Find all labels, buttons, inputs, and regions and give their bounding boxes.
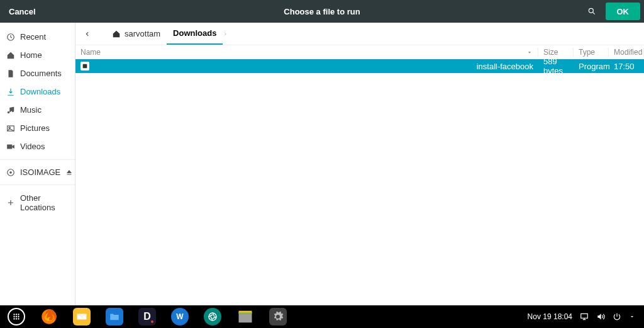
sidebar-item-label: Downloads xyxy=(20,87,60,96)
settings-launcher[interactable] xyxy=(262,305,294,328)
sidebar-item-isoimage[interactable]: ISOIMAGE xyxy=(0,164,75,181)
app-launcher-shutter[interactable] xyxy=(196,305,229,328)
chevron-down-icon[interactable] xyxy=(629,314,635,320)
sidebar-item-label: Videos xyxy=(20,142,45,151)
sidebar-item-label: Other Locations xyxy=(20,193,69,212)
sidebar-item-recent[interactable]: Recent xyxy=(0,28,75,46)
chevron-right-icon xyxy=(223,31,228,37)
breadcrumb-label: Downloads xyxy=(173,28,216,38)
sort-indicator-icon xyxy=(526,49,533,55)
taskbar-clock[interactable]: Nov 19 18:04 xyxy=(528,312,572,321)
disc-icon xyxy=(6,168,15,177)
column-header-name[interactable]: Name xyxy=(75,48,538,57)
svg-point-17 xyxy=(18,318,19,319)
sidebar-item-pictures[interactable]: Pictures xyxy=(0,119,75,137)
svg-point-16 xyxy=(16,318,17,319)
svg-point-12 xyxy=(13,316,14,317)
column-header-size[interactable]: Size xyxy=(538,48,574,57)
document-icon xyxy=(6,69,15,78)
svg-point-15 xyxy=(13,318,14,319)
file-name: install-facebook xyxy=(477,62,533,71)
svg-rect-24 xyxy=(581,314,588,318)
sidebar: Recent Home Documents Downloads Music Pi… xyxy=(0,23,75,305)
svg-point-10 xyxy=(16,314,17,315)
sidebar-item-other-locations[interactable]: Other Locations xyxy=(0,189,75,217)
file-type: Program xyxy=(574,62,609,71)
sidebar-item-label: Home xyxy=(20,50,42,60)
display-icon[interactable] xyxy=(580,312,589,321)
download-icon xyxy=(6,88,15,96)
sidebar-item-label: ISOIMAGE xyxy=(20,167,60,177)
power-icon[interactable] xyxy=(613,312,621,321)
sidebar-item-label: Documents xyxy=(20,69,62,78)
volume-icon[interactable] xyxy=(596,312,605,321)
ok-button[interactable]: OK xyxy=(606,3,641,20)
breadcrumb-back-button[interactable] xyxy=(84,31,99,37)
file-size: 589 bytes xyxy=(538,57,574,76)
music-icon xyxy=(6,106,15,115)
video-icon xyxy=(6,142,15,151)
app-launcher-archive[interactable] xyxy=(229,305,262,328)
d-icon: D xyxy=(138,308,156,325)
gear-icon xyxy=(269,308,287,325)
archive-icon xyxy=(236,308,254,325)
mail-launcher[interactable] xyxy=(65,305,98,328)
column-label: Name xyxy=(80,48,101,57)
table-row[interactable]: install-facebook 589 bytes Program 17:50 xyxy=(75,59,644,73)
system-tray: Nov 19 18:04 xyxy=(528,312,644,321)
column-header-type[interactable]: Type xyxy=(574,48,609,57)
svg-rect-23 xyxy=(239,312,252,314)
svg-point-14 xyxy=(18,316,19,317)
svg-rect-8 xyxy=(83,64,87,69)
dialog-header: Cancel Choose a file to run OK xyxy=(0,0,644,23)
file-modified: 17:50 xyxy=(609,62,644,71)
sidebar-item-label: Pictures xyxy=(20,123,50,133)
folder-icon xyxy=(106,308,123,325)
w-icon: W xyxy=(171,308,189,325)
svg-line-1 xyxy=(592,12,594,14)
app-launcher-d[interactable]: D xyxy=(131,305,164,328)
sidebar-item-videos[interactable]: Videos xyxy=(0,137,75,156)
app-launcher-w[interactable]: W xyxy=(164,305,196,328)
breadcrumb: sarvottam Downloads xyxy=(75,23,644,45)
files-launcher[interactable] xyxy=(98,305,131,328)
home-icon xyxy=(112,30,121,38)
home-icon xyxy=(6,51,15,60)
sidebar-item-label: Recent xyxy=(20,32,46,42)
sidebar-item-documents[interactable]: Documents xyxy=(0,64,75,82)
plus-icon xyxy=(6,198,15,207)
taskbar: D W Nov 19 18:04 xyxy=(0,305,644,328)
column-header-modified[interactable]: Modified xyxy=(609,48,644,57)
clock-icon xyxy=(6,33,15,42)
svg-point-11 xyxy=(18,314,19,315)
file-list-panel: sarvottam Downloads Name Size Type Modif… xyxy=(75,23,644,305)
sidebar-item-music[interactable]: Music xyxy=(0,101,75,119)
dialog-title: Choose a file to run xyxy=(284,7,360,16)
svg-point-13 xyxy=(16,316,17,317)
picture-icon xyxy=(6,124,15,133)
svg-point-20 xyxy=(209,313,216,320)
search-icon xyxy=(587,7,596,16)
apps-grid-icon xyxy=(8,308,25,325)
sidebar-item-downloads[interactable]: Downloads xyxy=(0,82,75,101)
cancel-button[interactable]: Cancel xyxy=(0,0,45,23)
svg-point-0 xyxy=(589,8,593,13)
search-button[interactable] xyxy=(580,0,603,23)
firefox-launcher[interactable] xyxy=(33,305,65,328)
svg-point-4 xyxy=(9,127,10,128)
svg-rect-21 xyxy=(239,314,252,322)
breadcrumb-item-home[interactable]: sarvottam xyxy=(106,23,167,45)
svg-point-7 xyxy=(10,171,11,172)
show-applications-button[interactable] xyxy=(0,305,33,328)
svg-point-9 xyxy=(13,314,14,315)
svg-rect-5 xyxy=(7,144,12,149)
chevron-left-icon xyxy=(84,31,91,37)
breadcrumb-item-downloads[interactable]: Downloads xyxy=(167,23,223,45)
sidebar-item-label: Music xyxy=(20,105,42,115)
eject-button[interactable] xyxy=(65,169,73,176)
shutter-icon xyxy=(204,308,221,325)
mail-icon xyxy=(73,308,91,325)
sidebar-item-home[interactable]: Home xyxy=(0,46,75,64)
file-chooser-body: Recent Home Documents Downloads Music Pi… xyxy=(0,23,644,305)
firefox-icon xyxy=(40,308,58,325)
